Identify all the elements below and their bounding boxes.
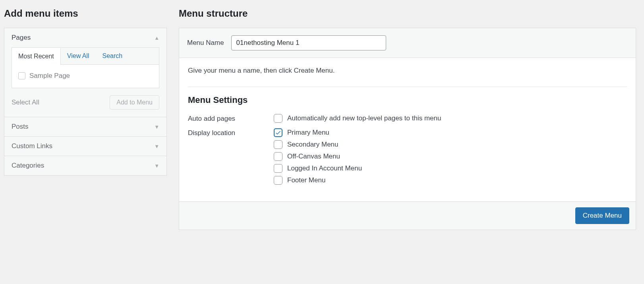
caret-down-icon: ▼ <box>154 124 159 130</box>
accordion-categories-label: Categories <box>12 162 44 170</box>
checkbox-primary-menu[interactable] <box>274 128 282 137</box>
accordion-posts[interactable]: Posts ▼ <box>4 117 166 136</box>
auto-add-label: Auto add pages <box>188 114 274 123</box>
tab-most-recent[interactable]: Most Recent <box>12 48 61 65</box>
offcanvas-menu-label: Off-Canvas Menu <box>287 153 340 160</box>
add-to-menu-button[interactable]: Add to Menu <box>110 95 159 110</box>
accordion-posts-label: Posts <box>12 123 29 131</box>
checkbox-account-menu[interactable] <box>274 164 282 173</box>
display-location-label: Display location <box>188 128 274 137</box>
menu-structure-title: Menu structure <box>179 4 636 22</box>
add-menu-items-title: Add menu items <box>4 4 167 22</box>
accordion-container: Pages ▲ Most Recent View All Search <box>4 28 167 176</box>
menu-name-input[interactable] <box>231 35 386 50</box>
secondary-menu-label: Secondary Menu <box>287 141 338 149</box>
menu-help-text: Give your menu a name, then click Create… <box>188 67 627 75</box>
caret-down-icon: ▼ <box>154 163 159 169</box>
primary-menu-label: Primary Menu <box>287 129 329 137</box>
pages-tabs: Most Recent View All Search <box>12 48 159 65</box>
account-menu-label: Logged In Account Menu <box>287 164 362 172</box>
checkbox-footer-menu[interactable] <box>274 176 282 185</box>
divider <box>188 87 627 87</box>
accordion-categories[interactable]: Categories ▼ <box>4 156 166 175</box>
accordion-custom-links[interactable]: Custom Links ▼ <box>4 137 166 156</box>
checkbox-secondary-menu[interactable] <box>274 140 282 149</box>
create-menu-button[interactable]: Create Menu <box>575 207 629 224</box>
auto-add-option-label: Automatically add new top-level pages to… <box>287 114 441 122</box>
accordion-pages[interactable]: Pages ▲ <box>4 28 166 47</box>
menu-name-label: Menu Name <box>187 39 224 47</box>
checkbox-auto-add[interactable] <box>274 114 282 123</box>
accordion-pages-label: Pages <box>12 34 31 42</box>
checkbox-sample-page[interactable] <box>18 72 25 79</box>
accordion-custom-links-label: Custom Links <box>12 142 52 150</box>
footer-menu-label: Footer Menu <box>287 176 325 184</box>
caret-up-icon: ▲ <box>154 35 159 41</box>
sample-page-label: Sample Page <box>29 72 70 80</box>
tab-view-all[interactable]: View All <box>61 48 96 64</box>
select-all-link[interactable]: Select All <box>12 99 39 106</box>
caret-down-icon: ▼ <box>154 143 159 149</box>
tab-search[interactable]: Search <box>96 48 130 64</box>
checkbox-offcanvas-menu[interactable] <box>274 152 282 161</box>
menu-settings-title: Menu Settings <box>188 95 627 105</box>
